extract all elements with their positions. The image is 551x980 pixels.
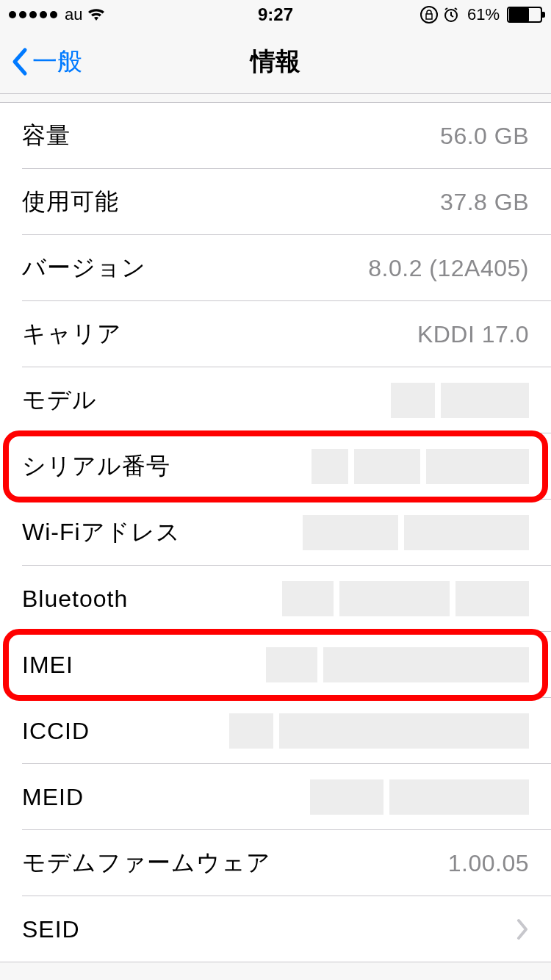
label-seid: SEID [22,916,80,943]
row-serial: シリアル番号 [0,433,551,500]
label-wifi: Wi-Fiアドレス [22,516,181,549]
back-label: 一般 [32,45,82,79]
page-title: 情報 [251,45,300,79]
value-iccid-redacted [229,713,529,749]
label-bluetooth: Bluetooth [22,586,128,613]
value-modem: 1.00.05 [448,850,529,877]
status-bar: au 9:27 61% [0,0,551,29]
value-carrier: KDDI 17.0 [417,321,529,348]
value-capacity: 56.0 GB [440,123,529,150]
battery-icon [507,7,542,23]
rotation-lock-icon [420,6,438,24]
nav-bar: 一般 情報 [0,29,551,94]
value-bluetooth-redacted [282,581,529,616]
label-modem: モデムファームウェア [22,847,271,879]
alarm-icon [442,6,460,24]
row-carrier: キャリア KDDI 17.0 [0,301,551,367]
status-right: 61% [420,5,542,24]
battery-percent: 61% [467,5,500,24]
label-meid: MEID [22,784,84,811]
bottom-spacer [0,962,551,980]
row-imei: IMEI [0,632,551,698]
row-available: 使用可能 37.8 GB [0,169,551,235]
info-list: 容量 56.0 GB 使用可能 37.8 GB バージョン 8.0.2 (12A… [0,94,551,962]
value-imei-redacted [266,647,529,682]
label-iccid: ICCID [22,718,90,745]
value-serial-redacted [311,449,529,484]
label-model: モデル [22,384,97,417]
row-version: バージョン 8.0.2 (12A405) [0,235,551,301]
label-serial: シリアル番号 [22,450,170,483]
status-left: au [9,5,106,24]
row-modem-firmware: モデムファームウェア 1.00.05 [0,830,551,896]
chevron-left-icon [10,47,28,76]
value-available: 37.8 GB [440,189,529,216]
row-iccid: ICCID [0,698,551,764]
label-capacity: 容量 [22,120,71,152]
status-time: 9:27 [258,4,293,25]
row-capacity: 容量 56.0 GB [0,103,551,169]
value-version: 8.0.2 (12A405) [368,255,529,282]
signal-dots-icon [9,11,57,18]
value-meid-redacted [310,779,529,815]
chevron-right-icon [516,918,529,940]
row-meid: MEID [0,764,551,830]
row-bluetooth: Bluetooth [0,566,551,632]
label-imei: IMEI [22,652,73,679]
row-seid[interactable]: SEID [0,896,551,962]
label-carrier: キャリア [22,318,122,350]
row-model: モデル [0,367,551,433]
value-wifi-redacted [303,515,529,550]
label-version: バージョン [22,252,146,284]
wifi-icon [87,7,106,22]
label-available: 使用可能 [22,186,119,218]
group-separator [0,94,551,103]
value-model-redacted [391,383,529,418]
back-button[interactable]: 一般 [0,45,82,79]
row-wifi: Wi-Fiアドレス [0,500,551,566]
status-carrier: au [65,5,82,24]
